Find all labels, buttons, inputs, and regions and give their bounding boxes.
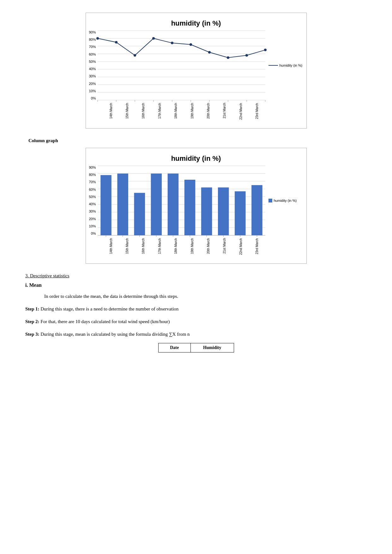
y-label: 40% [89, 67, 96, 71]
svg-rect-49 [251, 185, 262, 235]
svg-rect-44 [167, 173, 178, 235]
y-label: 0% [91, 97, 96, 100]
y-label: 90% [89, 166, 96, 169]
y-label: 90% [89, 31, 96, 34]
step-2-text: Step 2: For that, there are 10 days calc… [25, 318, 367, 325]
step-3-bold: Step 3: [25, 332, 39, 337]
svg-point-14 [171, 42, 173, 44]
x-label: 22nd March [239, 103, 243, 125]
bar-chart-container: humidity (in %) 90%80%70%60%50%40%30%20%… [86, 148, 307, 264]
bar-chart-svg [98, 166, 265, 235]
section-3-label: 3. Descriptive statistics [25, 273, 367, 279]
y-label: 10% [89, 89, 96, 93]
y-label: 80% [89, 38, 96, 41]
y-label: 70% [89, 45, 96, 49]
x-label: 16th March [142, 238, 145, 260]
body-text-mean: In order to calculate the mean, the data… [44, 292, 367, 300]
x-label: 23rd March [255, 238, 259, 260]
line-chart-container: humidity (in %) 90%80%70%60%50%40%30%20%… [86, 13, 307, 129]
line-chart-svg [98, 31, 265, 100]
table-header-humidity: Humidity [190, 343, 234, 352]
x-label: 21st March [223, 103, 226, 125]
bar-chart-title: humidity (in %) [89, 154, 303, 163]
legend-line-label: humidity (in %) [280, 63, 303, 67]
y-label: 30% [89, 210, 96, 213]
y-label: 80% [89, 173, 96, 177]
y-label: 50% [89, 60, 96, 63]
svg-rect-40 [100, 175, 112, 235]
y-label: 20% [89, 82, 96, 86]
line-chart-legend: humidity (in %) [265, 31, 303, 100]
table-header-date: Date [158, 343, 190, 352]
section-3-subheading: i. Mean [25, 282, 367, 288]
step-1-text: Step 1: During this stage, there is a ne… [25, 305, 367, 313]
line-chart-y-axis: 90%80%70%60%50%40%30%20%10%0% [89, 31, 98, 100]
step-3-body: During this stage, mean is calculated by… [39, 332, 190, 337]
x-label: 16th March [142, 103, 145, 125]
svg-point-18 [245, 54, 248, 57]
y-label: 60% [89, 53, 96, 56]
svg-rect-45 [184, 180, 195, 235]
x-label: 22nd March [239, 238, 243, 260]
x-label: 21st March [223, 238, 226, 260]
bar-chart-y-axis: 90%80%70%60%50%40%30%20%10%0% [89, 166, 98, 235]
step-2-bold: Step 2: [25, 319, 39, 324]
svg-point-17 [226, 57, 229, 59]
step-1-body: During this stage, there is a need to de… [39, 306, 179, 311]
x-label: 17th March [158, 238, 161, 260]
x-label: 15th March [125, 238, 129, 260]
svg-point-10 [96, 37, 99, 39]
svg-rect-46 [201, 187, 212, 235]
x-label: 18th March [174, 238, 178, 260]
x-label: 19th March [190, 238, 194, 260]
section-3: 3. Descriptive statistics i. Mean In ord… [25, 273, 367, 352]
svg-rect-43 [151, 173, 162, 235]
table-wrapper: Date Humidity [25, 343, 367, 352]
y-label: 60% [89, 188, 96, 191]
line-chart-title: humidity (in %) [89, 19, 303, 27]
x-label: 14th March [109, 103, 113, 125]
svg-point-15 [189, 43, 192, 46]
legend-line-icon [268, 65, 278, 66]
svg-point-12 [133, 54, 136, 57]
step-3-text: Step 3: During this stage, mean is calcu… [25, 330, 367, 338]
x-label: 15th March [125, 103, 129, 125]
y-label: 70% [89, 180, 96, 184]
x-label: 19th March [190, 103, 194, 125]
step-1-bold: Step 1: [25, 306, 39, 311]
y-label: 40% [89, 202, 96, 206]
x-label: 20th March [207, 103, 210, 125]
y-label: 50% [89, 195, 96, 199]
column-graph-label: Column graph [28, 138, 367, 143]
x-label: 20th March [207, 238, 210, 260]
svg-point-16 [208, 51, 210, 53]
column-graph-heading: Column graph [28, 138, 58, 143]
svg-point-19 [264, 49, 266, 51]
svg-rect-47 [218, 187, 229, 235]
humidity-table: Date Humidity [158, 343, 234, 352]
svg-rect-41 [117, 173, 128, 235]
x-label: 18th March [174, 103, 178, 125]
svg-point-11 [115, 41, 117, 44]
svg-rect-42 [134, 193, 145, 235]
y-label: 10% [89, 225, 96, 228]
x-label: 23rd March [255, 103, 259, 125]
x-label: 17th March [158, 103, 161, 125]
x-label: 14th March [109, 238, 113, 260]
svg-point-13 [152, 37, 154, 39]
bar-chart-legend: humidity (in %) [265, 166, 303, 235]
y-label: 20% [89, 217, 96, 221]
y-label: 0% [91, 232, 96, 235]
svg-rect-48 [235, 191, 246, 235]
legend-rect-label: humidity (in %) [274, 199, 297, 202]
y-label: 30% [89, 75, 96, 78]
legend-rect-icon [268, 199, 272, 202]
step-2-body: For that, there are 10 days calculated f… [39, 319, 170, 324]
